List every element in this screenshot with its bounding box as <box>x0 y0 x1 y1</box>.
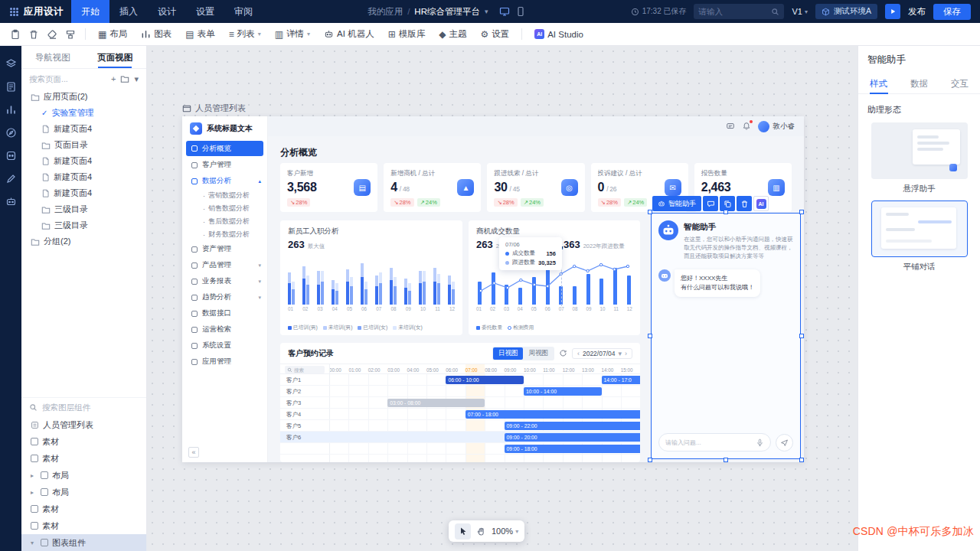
app-menu-reports[interactable]: 业务报表▾ <box>182 273 267 289</box>
layer-item-asset[interactable]: 素材 <box>21 517 146 534</box>
gantt-row[interactable]: 客户407:00 - 18:00 <box>280 409 640 420</box>
rail-compass-icon[interactable] <box>5 127 17 139</box>
day-view-tab[interactable]: 日视图 <box>493 347 524 360</box>
resize-handle-n[interactable] <box>724 210 728 214</box>
designed-app-frame[interactable]: 系统标题文本 分析概览 客户管理 数据分析▴ ·营销数据分析 ·销售数据分析 ·… <box>182 116 804 462</box>
version-selector[interactable]: V1 ▾ <box>792 7 807 16</box>
hires-chart[interactable]: 新员工入职分析 263最大值 010203040506070809101112 … <box>280 220 462 335</box>
gantt-date[interactable]: 2022/07/04 <box>583 350 616 357</box>
paste-button[interactable] <box>6 25 24 44</box>
app-menu-products[interactable]: 产品管理▾ <box>182 257 267 273</box>
gantt-bar[interactable]: 03:00 - 08:00 <box>387 399 485 407</box>
breadcrumb-current[interactable]: HR综合管理平台 <box>414 6 480 18</box>
week-view-tab[interactable]: 周视图 <box>523 347 554 360</box>
mode-option-tiled[interactable]: 平铺对话 <box>871 201 968 272</box>
resize-handle-se[interactable] <box>799 458 804 462</box>
tree-item-lab-management[interactable]: ✓实验室管理 <box>21 105 146 121</box>
app-user[interactable]: 敦小睿 <box>758 121 795 132</box>
gantt-bar[interactable]: 14:00 - 17:0 <box>602 376 640 384</box>
toolbar-detail-button[interactable]: ▥详情▾ <box>268 25 317 44</box>
app-submenu-sales[interactable]: ·销售数据分析 <box>182 202 267 215</box>
toolbar-chart-button[interactable]: 图表 <box>134 25 178 44</box>
eraser-button[interactable] <box>43 25 61 44</box>
app-logo[interactable]: 应用设计 <box>0 5 71 18</box>
tab-interaction[interactable]: 交互 <box>939 73 980 93</box>
gantt-bar[interactable]: 09:00 - 20:00 <box>505 433 640 442</box>
ai-assistant-widget[interactable]: 智能助手 AI 智能助手 在这里，您可以和小助手沟通问题，快速获取无代码开发的操… <box>651 213 801 459</box>
caret-right-icon[interactable]: ▸ <box>31 489 37 496</box>
assistant-input[interactable] <box>658 433 771 452</box>
layer-item-asset[interactable]: 素材 <box>21 500 146 517</box>
gantt-search[interactable] <box>285 366 325 373</box>
gantt-bar[interactable]: 10:00 - 14:00 <box>524 387 602 396</box>
tab-data[interactable]: 数据 <box>899 73 939 93</box>
toolbar-settings-button[interactable]: ⚙设置 <box>473 25 516 44</box>
widget-type-button[interactable]: 智能助手 <box>652 196 701 211</box>
layer-item-chart-component[interactable]: ▾图表组件 <box>21 534 146 551</box>
tree-item-level3-folder[interactable]: 三级目录 <box>21 217 146 233</box>
gantt-row[interactable]: 09:00 - 18:00 <box>280 443 640 455</box>
rail-plugin-icon[interactable] <box>5 150 17 161</box>
resize-handle-w[interactable] <box>648 334 652 338</box>
publish-button[interactable]: 发布 <box>908 6 926 18</box>
send-button[interactable] <box>776 434 793 452</box>
sidebar-collapse-button[interactable]: « <box>188 447 199 458</box>
gantt-bar[interactable]: 09:00 - 18:00 <box>505 445 640 453</box>
toolbar-ai-studio-button[interactable]: AIAI Studio <box>528 25 590 44</box>
app-menu-assets[interactable]: 资产管理 <box>182 241 267 257</box>
breadcrumb-app[interactable]: 我的应用 <box>368 6 403 18</box>
layer-item-list[interactable]: 人员管理列表 <box>21 416 146 433</box>
layers-search-input[interactable] <box>42 403 139 412</box>
app-menu-data-analysis[interactable]: 数据分析▴ <box>182 173 267 189</box>
save-button[interactable]: 保存 <box>933 4 971 20</box>
layer-item-asset[interactable]: 素材 <box>21 433 146 450</box>
mobile-preview-icon[interactable] <box>515 6 526 17</box>
resize-handle-sw[interactable] <box>648 458 652 462</box>
tree-item-group[interactable]: 分组(2) <box>21 233 146 249</box>
hand-tool-icon[interactable] <box>476 527 486 536</box>
topbar-search-input[interactable] <box>698 7 768 16</box>
tree-item-new-page[interactable]: 新建页面4 <box>21 185 146 201</box>
toolbar-template-library-button[interactable]: ⊞模版库 <box>381 25 433 44</box>
gantt-bar[interactable]: 09:00 - 22:00 <box>505 422 640 430</box>
tree-item-page-folder[interactable]: 页面目录 <box>21 137 146 153</box>
rail-ai-icon[interactable] <box>5 196 17 207</box>
tree-item-level3-folder[interactable]: 三级目录 <box>21 201 146 217</box>
collapse-tree-icon[interactable]: ▾ <box>134 75 139 83</box>
prev-day-icon[interactable]: ‹ <box>577 350 580 357</box>
date-caret-icon[interactable]: ▾ <box>618 350 622 357</box>
layer-item-layout[interactable]: ▸布局 <box>21 467 146 484</box>
app-submenu-aftersales[interactable]: ·售后数据分析 <box>182 215 267 228</box>
gantt-bar[interactable]: 07:00 - 18:00 <box>466 410 640 419</box>
gantt-bar[interactable]: 06:00 - 10:00 <box>446 376 524 384</box>
env-badge[interactable]: 测试环境A <box>815 4 877 19</box>
app-bell-icon[interactable] <box>742 122 751 131</box>
rail-chart-icon[interactable] <box>5 104 17 116</box>
copy-button[interactable] <box>720 196 735 211</box>
menu-start[interactable]: 开始 <box>71 0 109 23</box>
app-submenu-marketing[interactable]: ·营销数据分析 <box>182 189 267 202</box>
tree-item-new-page[interactable]: 新建页面4 <box>21 153 146 169</box>
preview-run-button[interactable] <box>885 4 900 19</box>
tree-item-new-page[interactable]: 新建页面4 <box>21 121 146 137</box>
app-menu-ops-search[interactable]: 运营检索 <box>182 321 267 337</box>
gantt-row[interactable]: 客户106:00 - 10:0014:00 - 17:0 <box>280 374 640 386</box>
deals-chart[interactable]: 商机成交数量 2632022年成交数量 32,3632022年跟进数量 07/0… <box>469 220 640 335</box>
toolbar-layout-button[interactable]: ▦布局 <box>91 25 134 44</box>
gantt-row[interactable]: 客户303:00 - 08:00 <box>280 397 640 409</box>
tree-item-app-pages[interactable]: 应用页面(2) <box>21 89 146 105</box>
desktop-preview-icon[interactable] <box>499 6 510 17</box>
toolbar-list-button[interactable]: ≡列表▾ <box>222 25 268 44</box>
stat-card-new-customers[interactable]: 客户新增 3,568 ↘28% ▤ <box>280 163 377 212</box>
rail-pen-icon[interactable] <box>5 173 17 184</box>
gantt-search-input[interactable] <box>294 367 322 373</box>
tab-nav-view[interactable]: 导航视图 <box>21 46 84 68</box>
delete-button[interactable] <box>737 196 752 211</box>
resize-handle-ne[interactable] <box>799 210 804 214</box>
resize-handle-s[interactable] <box>724 458 728 462</box>
rail-docs-icon[interactable] <box>5 81 17 93</box>
resize-handle-nw[interactable] <box>648 210 652 214</box>
ai-generate-button[interactable]: AI <box>753 196 769 211</box>
mic-icon[interactable] <box>756 439 764 447</box>
next-day-icon[interactable]: › <box>625 350 627 357</box>
